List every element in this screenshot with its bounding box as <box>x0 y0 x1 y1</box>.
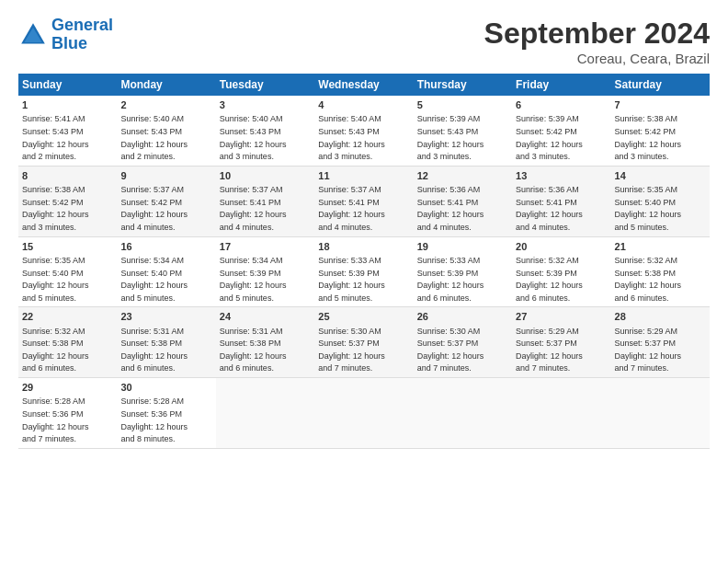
calendar-cell <box>314 378 413 449</box>
day-number: 7 <box>615 98 706 112</box>
day-number: 16 <box>120 240 211 254</box>
header-day-saturday: Saturday <box>611 74 710 96</box>
day-info-line: and 3 minutes. <box>516 152 570 161</box>
day-info-line: and 7 minutes. <box>22 434 76 443</box>
day-info-line: Sunrise: 5:32 AM <box>615 256 678 265</box>
day-info-line: Daylight: 12 hours <box>220 281 287 290</box>
day-info-line: Sunrise: 5:33 AM <box>417 256 481 265</box>
day-info-line: Sunset: 5:36 PM <box>120 409 182 419</box>
calendar-cell: 26Sunrise: 5:30 AMSunset: 5:37 PMDayligh… <box>414 307 512 378</box>
day-info-line: Sunrise: 5:34 AM <box>120 256 184 265</box>
header-day-thursday: Thursday <box>414 74 512 96</box>
day-info-line: and 2 minutes. <box>22 152 76 161</box>
day-number: 12 <box>417 169 508 183</box>
day-info-line: Daylight: 12 hours <box>417 210 484 219</box>
day-number: 9 <box>120 169 211 183</box>
day-info-line: Sunrise: 5:30 AM <box>417 327 481 336</box>
day-info-line: Daylight: 12 hours <box>120 210 188 219</box>
day-info-line: and 2 minutes. <box>120 152 175 161</box>
day-info-line: Sunrise: 5:28 AM <box>120 396 184 406</box>
calendar-cell <box>216 378 314 449</box>
calendar-cell: 23Sunrise: 5:31 AMSunset: 5:38 PMDayligh… <box>117 307 215 378</box>
day-number: 5 <box>417 98 508 112</box>
logo-line1: General <box>51 16 113 34</box>
day-number: 25 <box>318 310 409 324</box>
day-info-line: Sunrise: 5:33 AM <box>318 256 381 265</box>
day-info-line: and 5 minutes. <box>615 223 669 232</box>
logo: General Blue <box>18 17 113 53</box>
day-info-line: Daylight: 12 hours <box>22 422 89 431</box>
day-info-line: Sunset: 5:42 PM <box>615 127 677 136</box>
calendar-cell: 13Sunrise: 5:36 AMSunset: 5:41 PMDayligh… <box>512 166 610 236</box>
day-info-line: and 6 minutes. <box>120 363 175 373</box>
day-info-line: and 6 minutes. <box>516 293 570 303</box>
logo-icon <box>18 20 48 50</box>
day-info-line: Daylight: 12 hours <box>318 140 385 149</box>
calendar-cell: 24Sunrise: 5:31 AMSunset: 5:38 PMDayligh… <box>216 307 314 378</box>
calendar-cell: 9Sunrise: 5:37 AMSunset: 5:42 PMDaylight… <box>117 166 215 236</box>
day-info-line: Sunrise: 5:29 AM <box>615 327 678 336</box>
calendar-body: 1Sunrise: 5:41 AMSunset: 5:43 PMDaylight… <box>18 96 710 448</box>
day-number: 24 <box>220 310 311 324</box>
day-info-line: Daylight: 12 hours <box>516 281 583 290</box>
header-day-wednesday: Wednesday <box>314 74 413 96</box>
day-info-line: Sunrise: 5:40 AM <box>318 114 381 123</box>
day-number: 4 <box>318 98 409 112</box>
calendar-header: SundayMondayTuesdayWednesdayThursdayFrid… <box>18 74 710 96</box>
day-info-line: and 5 minutes. <box>220 293 274 303</box>
calendar-cell <box>512 378 610 449</box>
day-info-line: and 6 minutes. <box>22 363 76 373</box>
calendar-table: SundayMondayTuesdayWednesdayThursdayFrid… <box>18 74 710 449</box>
day-info-line: and 3 minutes. <box>318 152 372 161</box>
month-title: September 2024 <box>484 17 710 51</box>
day-info-line: Sunrise: 5:38 AM <box>615 114 678 123</box>
day-info-line: Sunset: 5:43 PM <box>417 127 479 136</box>
header-day-tuesday: Tuesday <box>216 74 314 96</box>
day-info-line: Daylight: 12 hours <box>516 210 583 219</box>
day-number: 13 <box>516 169 607 183</box>
day-info-line: Sunrise: 5:41 AM <box>22 114 85 123</box>
calendar-cell <box>414 378 512 449</box>
day-info-line: Sunset: 5:41 PM <box>516 198 577 207</box>
day-number: 10 <box>220 169 311 183</box>
day-info-line: Sunrise: 5:40 AM <box>120 114 184 123</box>
day-info-line: Sunset: 5:37 PM <box>417 339 479 348</box>
calendar-cell: 30Sunrise: 5:28 AMSunset: 5:36 PMDayligh… <box>117 378 215 449</box>
day-info-line: and 3 minutes. <box>417 152 472 161</box>
day-info-line: Sunrise: 5:37 AM <box>220 185 283 194</box>
day-number: 26 <box>417 310 508 324</box>
day-info-line: Daylight: 12 hours <box>615 351 682 361</box>
day-info-line: Daylight: 12 hours <box>516 351 583 361</box>
day-info-line: Daylight: 12 hours <box>120 422 188 431</box>
day-number: 6 <box>516 98 607 112</box>
day-info-line: Sunset: 5:43 PM <box>318 127 380 136</box>
day-info-line: Daylight: 12 hours <box>22 351 89 361</box>
day-info-line: Sunrise: 5:34 AM <box>220 256 283 265</box>
header: General Blue September 2024 Coreau, Cear… <box>18 17 710 66</box>
header-day-friday: Friday <box>512 74 610 96</box>
day-info-line: Daylight: 12 hours <box>318 351 385 361</box>
day-info-line: Sunrise: 5:29 AM <box>516 327 579 336</box>
day-info-line: Sunset: 5:39 PM <box>318 269 380 278</box>
week-row-4: 29Sunrise: 5:28 AMSunset: 5:36 PMDayligh… <box>18 378 710 449</box>
day-info-line: Daylight: 12 hours <box>615 281 682 290</box>
day-info-line: Daylight: 12 hours <box>22 281 89 290</box>
header-day-monday: Monday <box>117 74 215 96</box>
day-info-line: and 5 minutes. <box>22 293 76 303</box>
calendar-cell: 7Sunrise: 5:38 AMSunset: 5:42 PMDaylight… <box>611 96 710 166</box>
day-number: 28 <box>615 310 706 324</box>
week-row-3: 22Sunrise: 5:32 AMSunset: 5:38 PMDayligh… <box>18 307 710 378</box>
day-info-line: Sunset: 5:42 PM <box>516 127 577 136</box>
day-number: 11 <box>318 169 409 183</box>
day-info-line: Daylight: 12 hours <box>318 210 385 219</box>
day-info-line: Daylight: 12 hours <box>516 140 583 149</box>
day-number: 2 <box>120 98 211 112</box>
logo-line2: Blue <box>51 34 87 52</box>
day-info-line: and 7 minutes. <box>615 363 669 373</box>
day-info-line: Daylight: 12 hours <box>22 140 89 149</box>
day-info-line: and 3 minutes. <box>615 152 669 161</box>
day-number: 27 <box>516 310 607 324</box>
day-info-line: Sunrise: 5:32 AM <box>516 256 579 265</box>
day-info-line: Sunset: 5:39 PM <box>417 269 479 278</box>
logo-text: General Blue <box>51 17 113 53</box>
